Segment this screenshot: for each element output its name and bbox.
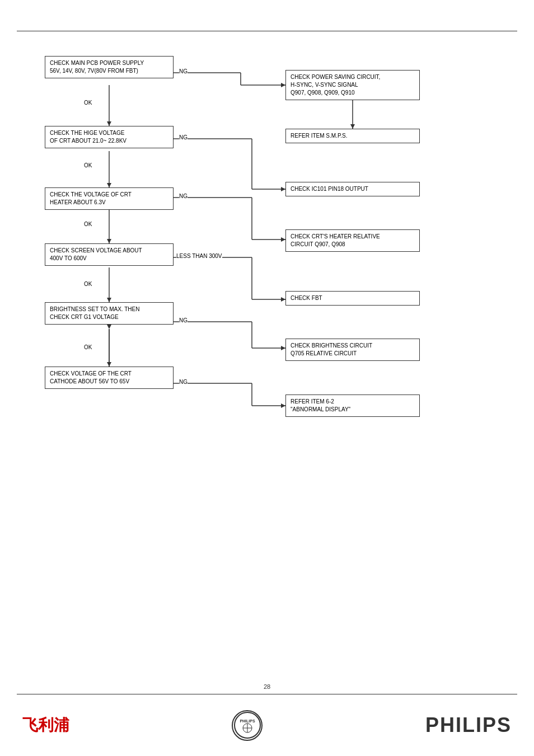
power-saving-line3: Q907, Q908, Q909, Q910 — [291, 89, 415, 97]
svg-marker-29 — [107, 362, 111, 367]
svg-marker-15 — [107, 239, 111, 243]
philips-logo-svg: PHILIPS — [233, 711, 261, 739]
ok-label-2: OK — [84, 162, 92, 168]
brightness-set-line2: CHECK CRT G1 VOLTAGE — [50, 313, 168, 321]
page-number: 28 — [264, 683, 270, 690]
philips-brand-text: PHILIPS — [425, 713, 512, 737]
less-than-300v-label: LESS THAN 300V — [176, 253, 222, 259]
svg-marker-13 — [281, 187, 285, 191]
philips-logo-container: PHILIPS — [232, 710, 263, 741]
heater-circuit-line2: CIRCUIT Q907, Q908 — [291, 241, 415, 248]
svg-marker-5 — [281, 83, 285, 87]
ng-label-3: NG — [179, 193, 188, 199]
svg-marker-21 — [107, 298, 111, 302]
ok-label-5: OK — [84, 344, 92, 350]
box-brightness-circuit: CHECK BRIGHTNESS CIRCUIT Q705 RELATIVE C… — [285, 339, 420, 361]
refer-item-line1: REFER ITEM 6-2 — [291, 398, 415, 406]
screen-voltage-line1: CHECK SCREEN VOLTAGE ABOUT — [50, 247, 168, 255]
box-heater-circuit: CHECK CRT'S HEATER RELATIVE CIRCUIT Q907… — [285, 229, 420, 252]
ng-label-2: NG — [179, 134, 188, 140]
ok-label-4: OK — [84, 281, 92, 287]
diagram-area: CHECK MAIN PCB POWER SUPPLY 56V, 14V, 80… — [17, 39, 517, 689]
brightness-circuit-line1: CHECK BRIGHTNESS CIRCUIT — [291, 342, 415, 350]
power-saving-line1: CHECK POWER SAVING CIRCUIT, — [291, 73, 415, 81]
brightness-set-line1: BRIGHTNESS SET TO MAX. THEN — [50, 306, 168, 313]
svg-text:PHILIPS: PHILIPS — [240, 719, 255, 723]
heater-circuit-line1: CHECK CRT'S HEATER RELATIVE — [291, 233, 415, 241]
svg-marker-33 — [281, 346, 285, 350]
screen-voltage-line2: 400V TO 600V — [50, 255, 168, 262]
chinese-brand-logo: 飞利浦 — [22, 715, 69, 736]
box-ic101: CHECK IC101 PIN18 OUTPUT — [285, 182, 420, 196]
main-pcb-line2: 56V, 14V, 80V, 7V(80V FROM FBT) — [50, 67, 168, 75]
top-divider — [17, 31, 517, 31]
box-hige-voltage: CHECK THE HIGE VOLTAGE OF CRT ABOUT 21.0… — [45, 126, 174, 148]
crt-heater-line1: CHECK THE VOLTAGE OF CRT — [50, 191, 168, 199]
philips-circle-logo: PHILIPS — [232, 710, 263, 741]
main-pcb-line1: CHECK MAIN PCB POWER SUPPLY — [50, 59, 168, 67]
brightness-circuit-line2: Q705 RELATIVE CIRCUIT — [291, 350, 415, 358]
svg-marker-19 — [281, 237, 285, 242]
svg-marker-25 — [281, 297, 285, 302]
ng-label-6: NG — [179, 379, 188, 385]
box-crt-cathode: CHECK VOLTAGE OF THE CRT CATHODE ABOUT 5… — [45, 367, 174, 389]
crt-cathode-line1: CHECK VOLTAGE OF THE CRT — [50, 370, 168, 378]
crt-heater-line2: HEATER ABOUT 6.3V — [50, 199, 168, 206]
box-brightness-set: BRIGHTNESS SET TO MAX. THEN CHECK CRT G1… — [45, 302, 174, 325]
svg-marker-27 — [107, 325, 111, 329]
box-screen-voltage: CHECK SCREEN VOLTAGE ABOUT 400V TO 600V — [45, 243, 174, 266]
box-power-saving: CHECK POWER SAVING CIRCUIT, H-SYNC, V-SY… — [285, 70, 420, 100]
ic101-line1: CHECK IC101 PIN18 OUTPUT — [291, 185, 415, 193]
refer-item-line2: "ABNORMAL DISPLAY" — [291, 406, 415, 414]
svg-marker-7 — [350, 124, 355, 129]
hige-voltage-line2: OF CRT ABOUT 21.0~ 22.8KV — [50, 137, 168, 145]
refer-smps-line1: REFER ITEM S.M.P.S. — [291, 132, 415, 140]
box-main-pcb: CHECK MAIN PCB POWER SUPPLY 56V, 14V, 80… — [45, 56, 174, 78]
crt-cathode-line2: CATHODE ABOUT 56V TO 65V — [50, 378, 168, 386]
ok-label-1: OK — [84, 100, 92, 106]
box-refer-smps: REFER ITEM S.M.P.S. — [285, 129, 420, 143]
check-fbt-line1: CHECK FBT — [291, 294, 415, 302]
svg-marker-1 — [107, 121, 111, 126]
box-check-fbt: CHECK FBT — [285, 291, 420, 306]
box-refer-item: REFER ITEM 6-2 "ABNORMAL DISPLAY" — [285, 395, 420, 417]
svg-marker-37 — [281, 403, 285, 408]
footer: 飞利浦 PHILIPS PHILIPS — [0, 694, 534, 756]
hige-voltage-line1: CHECK THE HIGE VOLTAGE — [50, 129, 168, 137]
ng-label-1: NG — [179, 68, 188, 74]
svg-marker-9 — [107, 183, 111, 187]
ng-label-5: NG — [179, 317, 188, 323]
power-saving-line2: H-SYNC, V-SYNC SIGNAL — [291, 81, 415, 89]
box-crt-heater: CHECK THE VOLTAGE OF CRT HEATER ABOUT 6.… — [45, 187, 174, 210]
ok-label-3: OK — [84, 221, 92, 227]
